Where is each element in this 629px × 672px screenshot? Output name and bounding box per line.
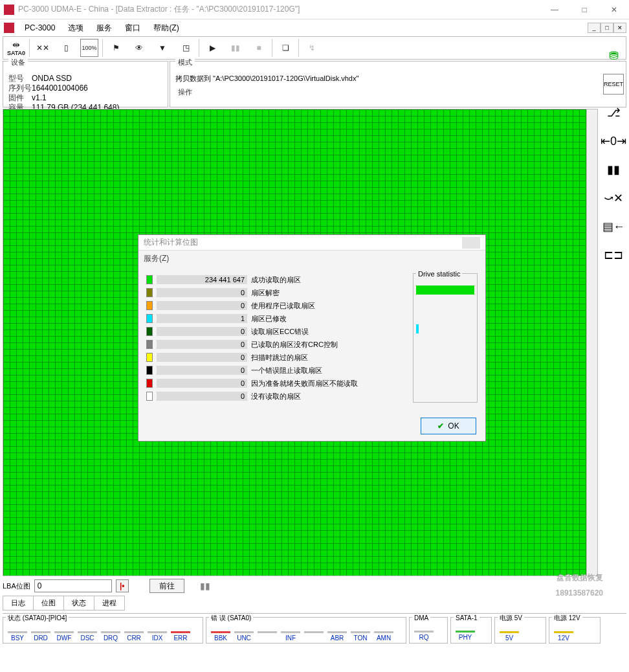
dialog-title: 统计和计算位图 [144,237,198,248]
status-12V: 12V [552,629,575,642]
status-ABR: ABR [326,629,349,642]
sata-label: SATA0 [7,50,25,56]
mdi-close[interactable]: ✕ [613,23,626,33]
stat-value: 0 [157,366,247,375]
stat-value: 0 [157,301,247,310]
stat-row: 0一个错误阻止读取扇区 [146,364,406,377]
model-value: ONDA SSD [32,74,72,83]
dialog-menu[interactable]: 服务(Z) [138,251,485,267]
stat-label: 扇区已修改 [251,314,287,324]
percent-icon[interactable]: 100% [80,39,98,57]
wand-icon[interactable]: ↯ [303,39,321,57]
stat-color-chip [146,392,153,401]
filter-icon[interactable]: ▼ [153,39,171,57]
lba-recalc-button[interactable]: |• [116,579,129,592]
binoculars-icon[interactable]: 👁 [130,39,148,57]
dialog-close-button[interactable] [462,237,480,249]
menu-options[interactable]: 选项 [63,21,89,35]
stat-value: 0 [157,379,247,388]
branch-icon[interactable]: ⎇ [603,102,624,123]
device-panel-title: 设备 [8,58,28,67]
tab-bitmap[interactable]: 位图 [33,596,64,610]
stat-label: 扫描时跳过的扇区 [251,353,308,363]
copy-path-text: 拷贝数据到 "A:\PC3000\20191017-120G\VirtualDi… [175,74,621,84]
sata-port-button[interactable]: ⇹ SATA0 [7,39,25,57]
check-icon: ✔ [437,421,444,431]
side-toolbar: ⛃ RESET ⎇ ⇤0⇥ ▮▮ ⤻✕ ▤← ⊏⊐ [601,40,626,265]
pause-button[interactable]: ▮▮ [226,39,245,57]
drive-stat-bar-1 [416,286,474,295]
card-icon[interactable]: ▯ [57,39,75,57]
stat-label: 扇区解密 [251,288,280,298]
lba-label: LBA位图 [3,581,30,591]
stat-row: 0读取扇区ECC错误 [146,325,406,338]
drive-stat-title: Drive statistic [416,270,462,278]
menu-window[interactable]: 窗口 [120,21,146,35]
serial-value: 1644001004066 [32,84,88,93]
reset-icon[interactable]: RESET [603,74,624,95]
maximize-button[interactable]: □ [569,0,599,19]
disk-icon[interactable]: ⛃ [603,45,624,66]
mode-panel: 模式 拷贝数据到 "A:\PC3000\20191017-120G\Virtua… [170,61,626,107]
pause-indicator: ▮▮ [200,581,210,591]
menu-help[interactable]: 帮助(Z) [148,21,184,35]
stat-row: 0没有读取的扇区 [146,390,406,403]
copy-icon[interactable]: ❏ [276,39,294,57]
mdi-minimize[interactable]: _ [588,23,601,33]
status-INF: INF [279,629,302,642]
map-scrollbar[interactable] [586,109,597,576]
stop-button[interactable]: ■ [250,39,268,57]
state-group: 状态 (SATA0)-[PIO4] BSYDRDDWFDSCDRQCRRIDXE… [3,617,203,644]
stat-value: 0 [157,340,247,349]
align-icon[interactable]: ⇤0⇥ [603,131,624,151]
stat-label: 没有读取的扇区 [251,392,301,401]
stat-row: 0因为准备就绪失败而扇区不能读取 [146,377,406,390]
tab-status[interactable]: 状态 [63,596,94,610]
goto-button[interactable]: 前往 [149,579,184,593]
mdi-restore[interactable]: □ [601,23,613,33]
dma-title: DMA [412,614,430,622]
p5v-title: 电源 5V [498,614,524,623]
menubar: PC-3000 选项 服务 窗口 帮助(Z) _ □ ✕ [0,19,629,36]
drive-stat-bar-2 [416,324,419,333]
stat-color-chip [146,340,153,349]
model-label: 型号 [8,74,32,84]
p5v-group: 电源 5V 5V [494,617,546,644]
play-button[interactable]: ▶ [203,39,221,57]
ok-button[interactable]: ✔ OK [421,418,476,434]
status-CRR: CRR [122,629,146,642]
state-title: 状态 (SATA0)-[PIO4] [6,614,69,623]
status-AMN: AMN [372,629,395,642]
status-UNC: UNC [232,629,256,642]
flag-icon[interactable]: ⚑ [107,39,125,57]
tab-log[interactable]: 日志 [3,596,34,610]
stat-row: 0使用程序已读取扇区 [146,299,406,312]
skip-icon[interactable]: ⤻✕ [603,188,624,208]
status-DSC: DSC [76,629,99,642]
bottom-tabs: 日志 位图 状态 进程 [3,596,626,610]
stat-color-chip [146,275,153,284]
lba-controls: LBA位图 |• 前往 ▮▮ [3,579,626,593]
sata1-group: SATA-1 PHY [450,617,492,644]
stat-label: 已读取的扇区没有CRC控制 [251,340,338,350]
menu-app[interactable]: PC-3000 [19,22,60,34]
connector-icon[interactable]: ⊏⊐ [603,245,624,265]
dialog-titlebar[interactable]: 统计和计算位图 [138,235,485,251]
menu-service[interactable]: 服务 [91,21,117,35]
error-title: 错 误 (SATA0) [209,614,253,623]
status-BSY: BSY [6,629,29,642]
app-icon-small [4,23,14,33]
chip-icon[interactable]: ▤← [603,216,624,237]
lba-input[interactable] [34,579,112,592]
error-group: 错 误 (SATA0) BBKUNCINFABRTONAMN [206,617,406,644]
window-titlebar: PC-3000 UDMA-E - China - [Data Extractor… [0,0,629,19]
tab-process[interactable]: 进程 [94,596,125,610]
stat-value: 1 [157,314,247,323]
chart-icon[interactable]: ◳ [177,39,195,57]
tools-icon[interactable]: ✕✕ [34,39,52,57]
minimize-button[interactable]: — [540,0,569,19]
operation-title: 操作 [175,87,195,97]
device-panel: 设备 型号ONDA SSD 序列号1644001004066 固件v1.1 容量… [3,61,168,107]
pause-side-icon[interactable]: ▮▮ [603,159,624,180]
close-button[interactable]: ✕ [599,0,629,19]
